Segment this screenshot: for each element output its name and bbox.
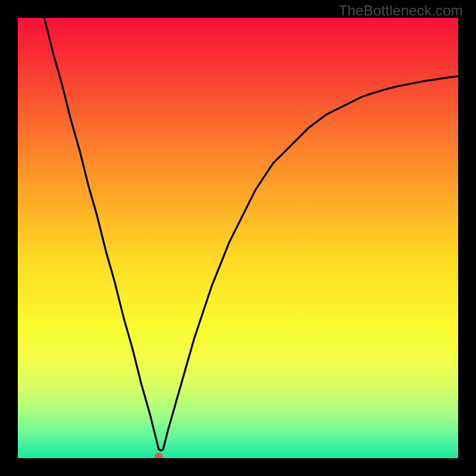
chart-svg (18, 18, 458, 458)
chart-background (18, 18, 458, 458)
plot-area (18, 18, 458, 458)
chart-frame: TheBottleneck.com (0, 0, 476, 476)
watermark-text: TheBottleneck.com (339, 2, 463, 19)
